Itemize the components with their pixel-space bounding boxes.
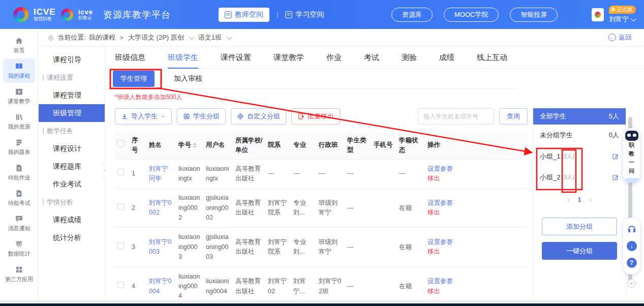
course-menu-item[interactable]: 课程管理 <box>39 86 105 104</box>
rail-item-my-resources[interactable]: 我的资源 <box>3 109 35 134</box>
set-contest-link[interactable]: 设置参赛 <box>427 164 525 174</box>
course-menu-item[interactable]: 课程题库 <box>39 158 105 175</box>
location-pin-icon: ◎ <box>48 34 53 41</box>
download-center-icon[interactable]: ↓ <box>627 241 637 251</box>
student-search-input[interactable] <box>418 108 494 125</box>
cell-admin-class: 班级刘宵宁 <box>316 228 345 267</box>
add-group-button[interactable]: 添加分组 <box>542 218 617 235</box>
group-1-count: (2人) <box>562 152 612 160</box>
resource-library-button[interactable]: 资源库 <box>391 8 433 22</box>
chevron-down-icon <box>631 15 636 21</box>
row-checkbox[interactable] <box>117 169 124 175</box>
course-menu-item[interactable]: 教学任务 <box>39 122 105 140</box>
cell-school: 高等教育出版社 <box>233 267 265 303</box>
rail-item-messages[interactable]: 消息通知 <box>3 211 35 235</box>
set-contest-link[interactable]: 设置参赛 <box>427 237 525 247</box>
rail-item-third-party-apps[interactable]: 第三方应用 <box>3 262 35 286</box>
rail-item-my-question-bank[interactable]: 我的题库 <box>3 135 35 159</box>
subtab-bar: 学生管理 加入审核 <box>106 69 517 89</box>
breadcrumb-root[interactable]: 我的课程 <box>89 33 115 42</box>
class-tab[interactable]: 作业 <box>326 47 342 69</box>
cell-index: 4 <box>129 267 146 303</box>
all-students-row[interactable]: 全部学生 5人 <box>533 108 626 125</box>
student-name-link[interactable]: 刘宵宁0004 <box>146 267 176 303</box>
rail-item-home[interactable]: 首页 <box>3 33 35 57</box>
class-tab[interactable]: 测验 <box>402 47 417 69</box>
course-menu-item[interactable]: 统计分析 <box>39 229 105 247</box>
rail-item-pending-homework[interactable]: 待批作业 <box>3 160 35 185</box>
remove-link[interactable]: 移出 <box>427 174 525 183</box>
course-menu-item[interactable]: 班级管理 <box>39 104 105 122</box>
class-tab[interactable]: 成绩 <box>439 47 454 69</box>
row-checkbox[interactable] <box>117 282 124 288</box>
class-tab[interactable]: 线上互动 <box>477 47 507 69</box>
question-bank-icon <box>15 138 23 147</box>
course-menu-item[interactable]: 课程设计 <box>39 140 105 158</box>
auto-group-button[interactable]: 一键分组 <box>542 242 617 260</box>
student-name-link[interactable]: 刘宵宁同学 <box>146 159 176 189</box>
mooc-college-button[interactable]: MOOC学院 <box>444 8 499 22</box>
import-students-button[interactable]: 导入学生 <box>115 108 172 125</box>
cell-school: 高等教育出版社 <box>233 159 265 189</box>
class-tab[interactable]: 班级学生 <box>168 47 198 69</box>
course-menu-item[interactable]: 课程设置 <box>39 69 105 86</box>
course-menu-item[interactable]: 课程成绩 <box>39 211 105 229</box>
remove-link[interactable]: 移出 <box>427 287 525 296</box>
edit-group-icon[interactable] <box>612 174 619 181</box>
page-next-icon[interactable]: › <box>589 196 591 203</box>
rail-item-classroom-teaching[interactable]: 课堂教学 <box>3 84 35 108</box>
row-checkbox[interactable] <box>117 242 124 249</box>
back-button[interactable]: ← 返回 <box>608 33 632 42</box>
class-tab[interactable]: 考试 <box>364 47 379 69</box>
remove-link[interactable]: 移出 <box>427 247 525 257</box>
student-grouping-button[interactable]: 学生分组 <box>177 108 226 125</box>
assistant-widget[interactable]: 职 教 一 问 <box>623 128 640 183</box>
course-menu-item[interactable]: 作业考试 <box>39 175 105 193</box>
current-page[interactable]: 1 <box>578 196 581 203</box>
remove-link[interactable]: 移出 <box>427 208 525 218</box>
batch-remove-button[interactable]: 批量移出 <box>291 108 340 125</box>
page-prev-icon[interactable]: ‹ <box>567 196 569 203</box>
edit-group-icon[interactable] <box>612 153 619 160</box>
close-floating-icon[interactable]: ✕ <box>627 279 636 288</box>
teacher-space-button[interactable]: 教师空间 <box>219 8 269 22</box>
class-tab[interactable]: 课件设置 <box>221 47 251 69</box>
subtab-student-manage[interactable]: 学生管理 <box>113 71 155 87</box>
ungrouped-students-row[interactable]: 未分组学生 0人 <box>533 125 626 146</box>
breadcrumb-class-select[interactable]: 语文1班 <box>198 33 222 42</box>
class-tab[interactable]: 班级信息 <box>115 47 145 69</box>
learning-space-button[interactable]: 学习空间 <box>285 10 324 19</box>
app-icon[interactable] <box>592 8 604 21</box>
course-menu-item[interactable]: 课程引导 <box>39 51 105 69</box>
group-row-2[interactable]: 小组_2 (3人) <box>533 167 626 188</box>
cell-major: 专业刘... <box>291 189 316 228</box>
brand-secondary-sub: 职教云 <box>78 16 93 20</box>
rail-item-my-courses[interactable]: 我的课程 <box>3 58 35 83</box>
student-name-link[interactable]: 刘宵宁0003 <box>146 228 176 267</box>
groups-panel: 全部学生 5人 未分组学生 0人 小组_1 (2人) 小组_2 (3人) ‹ 1… <box>533 108 626 301</box>
column-header: 专业 <box>291 132 316 159</box>
customer-service-icon[interactable] <box>627 224 637 234</box>
custom-grouping-button[interactable]: 自定义分组 <box>231 108 286 125</box>
query-button[interactable]: 查询 <box>499 108 528 125</box>
group-row-1[interactable]: 小组_1 (2人) <box>533 146 626 167</box>
rail-item-pending-exams[interactable]: 待批考试 <box>3 186 35 210</box>
user-menu[interactable]: 刘宵宁 <box>609 15 635 24</box>
set-contest-link[interactable]: 设置参赛 <box>427 277 525 286</box>
student-name-link[interactable]: 刘宵宁0002 <box>146 189 176 228</box>
cell-major: 刘宵宁... <box>291 267 316 303</box>
row-checkbox[interactable] <box>117 203 124 210</box>
breadcrumb-course-select[interactable]: 大学语文 (2P) 原创 <box>128 33 184 42</box>
brand-secondary: icve <box>78 9 93 16</box>
rail-item-data-statistics[interactable]: 数据统计 <box>3 236 35 261</box>
screen-cast-button[interactable]: 智能投屏 <box>510 8 558 22</box>
subtab-join-review[interactable]: 加入审核 <box>174 74 202 83</box>
breadcrumb-prefix: 当前位置: <box>57 33 86 42</box>
select-all-checkbox[interactable] <box>117 140 124 147</box>
brand-primary-sub: 智慧职教 <box>34 17 56 21</box>
set-contest-link[interactable]: 设置参赛 <box>427 198 525 208</box>
sort-icon[interactable] <box>193 143 197 148</box>
class-tab[interactable]: 课堂教学 <box>273 47 304 69</box>
help-icon[interactable]: ? <box>627 258 637 268</box>
course-menu-item[interactable]: 学情分析 <box>39 193 105 211</box>
